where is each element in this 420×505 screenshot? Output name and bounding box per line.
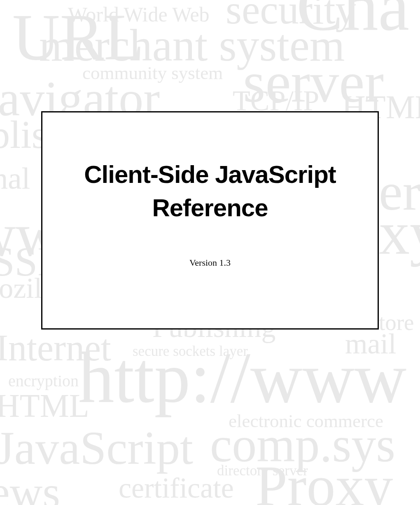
bg-word: JavaScript (0, 424, 193, 472)
title-box: Client-Side JavaScript Reference Version… (41, 111, 379, 330)
version-label: Version 1.3 (189, 257, 231, 268)
document-title: Client-Side JavaScript Reference (84, 158, 336, 224)
title-line-1: Client-Side JavaScript (84, 161, 336, 188)
bg-word: xy (379, 202, 420, 264)
bg-word: http://www (78, 342, 406, 414)
bg-word: ıblis (0, 115, 47, 154)
bg-word: HTML (0, 389, 89, 422)
bg-word: encryption (8, 373, 79, 389)
bg-word: news (0, 470, 60, 505)
bg-word: certificate (119, 474, 234, 503)
bg-word: Proxy (255, 457, 393, 505)
title-line-2: Reference (152, 194, 268, 222)
bg-word: Personal (0, 163, 30, 194)
